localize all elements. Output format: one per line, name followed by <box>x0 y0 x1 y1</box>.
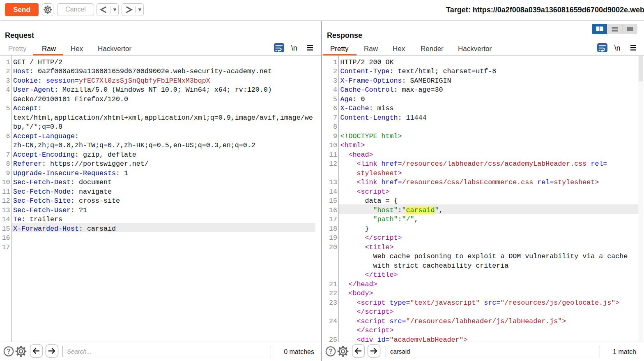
svg-text:?: ? <box>7 348 11 355</box>
svg-text:\n: \n <box>291 44 297 52</box>
svg-text:\n: \n <box>614 44 621 52</box>
